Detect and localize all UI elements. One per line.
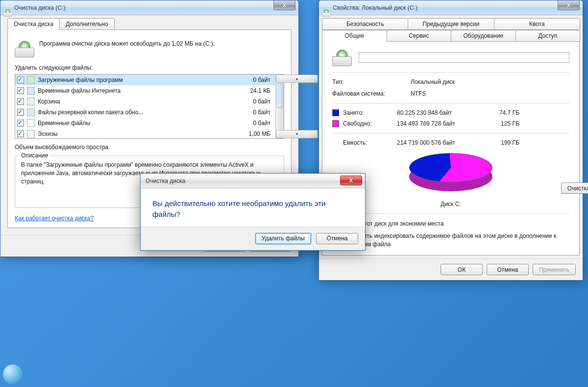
bg-orb <box>3 364 23 384</box>
file-checkbox[interactable] <box>17 98 24 105</box>
window-title: Очистка диска (C:) <box>14 4 66 11</box>
file-size: 24,1 КБ <box>234 87 273 94</box>
type-label: Тип: <box>332 78 411 85</box>
confirm-delete-dialog: Очистка диска X Вы действительно хотите … <box>140 173 366 251</box>
close-button[interactable]: X <box>273 0 295 10</box>
free-label: Свободно: <box>343 120 397 127</box>
ok-button[interactable]: ОК <box>441 264 483 275</box>
free-gb: 125 ГБ <box>485 120 519 127</box>
tab-hardware[interactable]: Оборудование <box>451 30 516 42</box>
file-size: 0 байт <box>234 98 273 105</box>
free-bytes: 134 493 769 728 байт <box>397 120 485 127</box>
tab-more-options[interactable]: Дополнительно <box>59 18 114 30</box>
apply-button[interactable]: Применить <box>533 264 576 275</box>
file-size: 0 байт <box>234 77 273 83</box>
file-checkbox[interactable] <box>17 120 24 127</box>
close-button[interactable]: X <box>340 176 362 185</box>
file-list-item[interactable]: Файлы резервной копии пакета обно... 0 б… <box>15 107 275 118</box>
divider <box>332 72 569 73</box>
file-list: Загруженные файлы программ 0 байт Времен… <box>15 74 284 139</box>
tab-cleanup[interactable]: Очистка диска <box>7 18 60 30</box>
drive-icon <box>3 4 11 12</box>
window-title: Свойства: Локальный диск (C:) <box>333 4 417 11</box>
file-list-item[interactable]: Эскизы 1,00 МБ <box>15 129 275 138</box>
used-swatch <box>332 109 339 116</box>
disk-caption: Диск C: <box>332 201 569 207</box>
file-name: Временные файлы Интернета <box>38 87 234 94</box>
delete-files-label: Удалить следующие файлы: <box>15 64 284 71</box>
tab-previous-versions[interactable]: Предыдущие версии <box>408 18 494 30</box>
file-size: 1,00 МБ <box>234 130 273 137</box>
divider <box>332 103 569 103</box>
tab-tools[interactable]: Сервис <box>387 30 452 42</box>
file-list-item[interactable]: Загруженные файлы программ 0 байт <box>15 75 275 85</box>
scrollbar[interactable]: ▲ ▼ <box>275 75 284 138</box>
used-gb: 74,7 ГБ <box>485 109 519 116</box>
file-type-icon <box>27 87 35 95</box>
freed-space-label: Объем высвобождаемого простра <box>15 144 284 151</box>
close-button[interactable]: X <box>558 0 580 10</box>
capacity-label: Емкость: <box>343 139 397 146</box>
index-label: Разрешить индексировать содержимое файло… <box>343 232 569 249</box>
file-name: Временные файлы <box>38 120 234 127</box>
file-name: Загруженные файлы программ <box>38 77 234 83</box>
disk-usage-pie-area: Очистка диска <box>332 150 569 199</box>
divider <box>332 133 569 133</box>
file-name: Эскизы <box>38 130 234 137</box>
file-type-icon <box>27 76 35 84</box>
capacity-bytes: 214 719 000 576 байт <box>397 139 485 146</box>
divider <box>332 213 569 214</box>
tab-quota[interactable]: Квота <box>494 18 580 30</box>
capacity-gb: 199 ГБ <box>485 139 519 146</box>
tab-sharing[interactable]: Доступ <box>515 30 581 42</box>
used-bytes: 80 225 230 848 байт <box>397 109 485 116</box>
file-list-item[interactable]: Временные файлы Интернета 24,1 КБ <box>15 85 275 96</box>
fs-label: Файловая система: <box>332 90 411 97</box>
file-list-item[interactable]: Временные файлы 0 байт <box>15 118 275 129</box>
file-size: 0 байт <box>234 109 273 116</box>
drive-icon <box>15 40 34 57</box>
confirm-message: Вы действительно хотите необратимо удали… <box>152 198 353 220</box>
scroll-down-button[interactable]: ▼ <box>276 130 318 138</box>
delete-files-button[interactable]: Удалить файлы <box>255 233 311 244</box>
help-link[interactable]: Как работает очистка диска? <box>15 215 94 222</box>
drive-icon <box>322 4 330 12</box>
type-value: Локальный диск <box>411 78 569 85</box>
disk-usage-pie <box>409 153 492 195</box>
titlebar[interactable]: Очистка диска (C:) X <box>0 0 298 15</box>
cancel-button[interactable]: Отмена <box>316 233 358 244</box>
file-checkbox[interactable] <box>17 87 24 94</box>
drive-icon <box>332 49 352 66</box>
file-list-item[interactable]: Корзина 0 байт <box>15 96 275 107</box>
fs-value: NTFS <box>411 90 569 97</box>
file-type-icon <box>27 98 35 105</box>
file-type-icon <box>27 108 35 116</box>
file-checkbox[interactable] <box>17 130 24 137</box>
titlebar[interactable]: Очистка диска X <box>141 174 365 188</box>
file-checkbox[interactable] <box>17 77 24 83</box>
confirm-title: Очистка диска <box>146 178 185 184</box>
file-type-icon <box>27 130 35 138</box>
titlebar[interactable]: Свойства: Локальный диск (C:) X <box>319 0 583 15</box>
tab-general[interactable]: Общие <box>322 30 387 42</box>
tab-security[interactable]: Безопасность <box>322 18 408 30</box>
file-size: 0 байт <box>234 120 273 127</box>
confirm-button-row: Удалить файлы Отмена <box>141 227 365 250</box>
cancel-button[interactable]: Отмена <box>487 264 529 275</box>
used-label: Занято: <box>343 109 397 116</box>
drive-label-input[interactable] <box>359 52 569 63</box>
scroll-thumb[interactable] <box>276 83 283 108</box>
description-legend: Описание <box>19 152 50 159</box>
free-swatch <box>332 120 339 127</box>
scroll-up-button[interactable]: ▲ <box>276 75 318 83</box>
file-name: Файлы резервной копии пакета обно... <box>38 109 234 116</box>
file-checkbox[interactable] <box>17 109 24 116</box>
file-name: Корзина <box>38 98 234 105</box>
dialog-button-row: ОК Отмена Применить <box>319 258 583 280</box>
tab-strip: Очистка диска Дополнительно <box>7 18 292 30</box>
file-type-icon <box>27 119 35 127</box>
cleanup-summary-text: Программа очистки диска может освободить… <box>39 40 215 48</box>
disk-cleanup-button[interactable]: Очистка диска <box>561 182 588 194</box>
